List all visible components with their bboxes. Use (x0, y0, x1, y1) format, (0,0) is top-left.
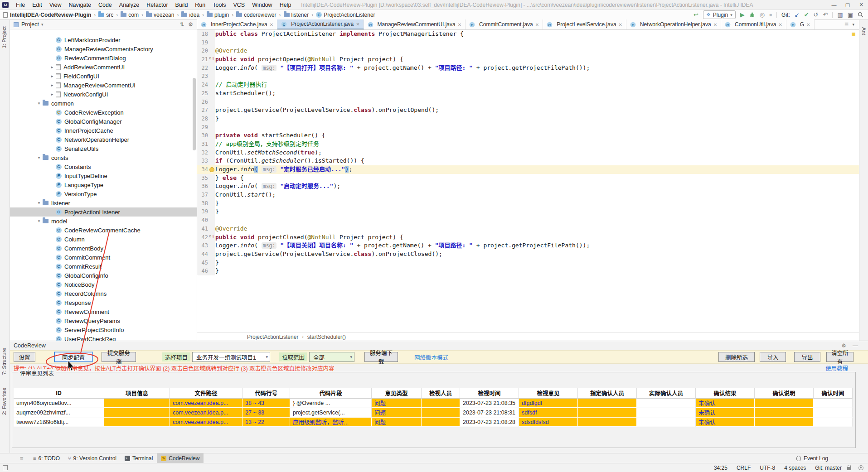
gutter-icon[interactable] (208, 207, 215, 216)
code-line[interactable]: 34 Logger.info( msg: "定时服务已经启动..."); (197, 165, 859, 174)
table-cell[interactable] (104, 408, 170, 418)
code-line[interactable]: 46 } (197, 267, 859, 275)
breadcrumb-method[interactable]: startScheduler() (307, 334, 346, 340)
stripe-structure-tab[interactable]: 7: Structure (1, 348, 7, 375)
tree-chevron-icon[interactable]: ▾ (35, 155, 43, 160)
breadcrumb-item[interactable]: veezean (146, 12, 181, 18)
restore-button[interactable]: ▢ (841, 0, 854, 10)
code-line[interactable]: 26 (197, 98, 859, 106)
tree-item[interactable]: ▸ AddReviewCommentUI (10, 63, 197, 72)
column-header[interactable]: 意见类型 (372, 388, 422, 399)
gutter-icon[interactable] (208, 182, 215, 191)
tree-item[interactable]: C Response (10, 298, 197, 307)
code-line[interactable]: 43 Logger.info( msg: "【项目关闭】项目名称: " + pr… (197, 241, 859, 250)
menu-item[interactable]: Refactor (143, 0, 171, 10)
close-tab-icon[interactable]: ✕ (356, 22, 359, 27)
column-header[interactable]: 代码片段 (290, 388, 372, 399)
toolwindow-icon[interactable]: ▥ (837, 12, 843, 18)
menu-item[interactable]: VCS (229, 0, 248, 10)
code-line[interactable]: 40 (197, 216, 859, 225)
table-cell[interactable]: sdfsdf (519, 408, 578, 418)
code-line[interactable]: 39 } (197, 207, 859, 216)
code-line[interactable]: 33 if (CronUtil.getScheduler().isStarted… (197, 157, 859, 165)
table-cell[interactable]: 未确认 (696, 418, 755, 427)
table-cell[interactable] (755, 408, 814, 418)
editor-tab[interactable]: C G ✕ (786, 19, 815, 29)
column-header[interactable]: 检视意见 (519, 388, 578, 399)
tree-item[interactable]: C ReviewComment (10, 307, 197, 316)
table-cell[interactable]: umyn406oiyrcue8ov... (14, 399, 104, 408)
table-cell[interactable]: 27 ~ 33 (242, 408, 290, 418)
table-cell[interactable]: 2023-07-23 21:08:31 (460, 408, 519, 418)
code-line[interactable]: 28 } (197, 115, 859, 123)
gutter-icon[interactable] (208, 106, 215, 115)
table-cell[interactable] (578, 418, 637, 427)
gutter-icon[interactable] (208, 225, 215, 233)
gutter-icon[interactable] (208, 157, 215, 165)
code-line[interactable]: 36 Logger.info( msg: "启动定时服务..."); (197, 182, 859, 191)
table-cell[interactable] (422, 418, 460, 427)
tree-item[interactable]: C ManageReviewCommentsFactory (10, 44, 197, 53)
pin-icon[interactable]: ▣ (848, 12, 853, 18)
editor-tab[interactable]: C InnerProjectCache.java ✕ (197, 19, 277, 29)
gutter-icon[interactable] (208, 241, 215, 250)
code-line[interactable]: 29 (197, 123, 859, 132)
menu-item[interactable]: Help (276, 0, 295, 10)
tree-item[interactable]: C RecordColumns (10, 289, 197, 298)
tree-item[interactable]: C UserPwdCheckReq (10, 334, 197, 341)
tree-item[interactable]: C CodeReviewCommentCache (10, 226, 197, 235)
table-cell[interactable]: 未确认 (696, 408, 755, 418)
close-button[interactable]: ✕ (854, 0, 868, 10)
tree-item[interactable]: C GlobalConfigManager (10, 117, 197, 126)
toolwindow-menu-icon[interactable]: ≡ (20, 455, 24, 462)
code-line[interactable]: 25 startScheduler(); (197, 89, 859, 98)
minimize-button[interactable]: — (827, 0, 841, 10)
table-cell[interactable]: 2023-07-23 21:08:35 (460, 399, 519, 408)
tree-item[interactable]: ▾ common (10, 99, 197, 108)
code-line[interactable]: 41 @Override (197, 225, 859, 233)
stripe-favorites-tab[interactable]: 2: Favorites (1, 388, 7, 415)
status-item[interactable]: CRLF (737, 465, 751, 471)
tree-item[interactable]: C ServerProjectShortInfo (10, 325, 197, 334)
table-cell[interactable] (814, 408, 853, 418)
gutter-icon[interactable] (208, 123, 215, 132)
column-header[interactable]: 实际确认人员 (637, 388, 696, 399)
tutorial-link[interactable]: 使用教程 (825, 364, 864, 372)
stripe-project-tab[interactable]: 1: Project (1, 26, 7, 48)
tree-item[interactable]: C Column (10, 235, 197, 244)
search-icon[interactable] (858, 12, 863, 18)
tab-list-icon[interactable]: ≣ (844, 21, 849, 28)
table-cell[interactable] (104, 399, 170, 408)
tree-item[interactable]: C InnerProjectCache (10, 126, 197, 135)
code-line[interactable]: 20 @Override (197, 47, 859, 55)
editor-tab[interactable]: C ProjectLevelService.java ✕ (543, 19, 626, 29)
tree-item[interactable]: C ReviewQueryParams (10, 316, 197, 325)
chevron-down-icon[interactable]: ▾ (852, 22, 854, 27)
table-cell[interactable]: sdsdfdsfsd (519, 418, 578, 427)
event-log-button[interactable]: Event Log (796, 455, 868, 462)
tree-scrollbar[interactable] (193, 78, 196, 150)
tree-item[interactable]: C Constants (10, 162, 197, 171)
table-cell[interactable] (637, 408, 696, 418)
table-cell[interactable] (422, 399, 460, 408)
server-download-button[interactable]: 服务端下载 (364, 352, 398, 362)
menu-item[interactable]: File (12, 0, 29, 10)
breadcrumb-item[interactable]: com (121, 12, 146, 18)
tree-item[interactable]: E LanguageType (10, 180, 197, 189)
tree-item[interactable]: ▸ ManageReviewCommentUI (10, 81, 197, 90)
code-line[interactable]: 31 // app级别全局，支持秒级别定时任务 (197, 140, 859, 149)
code-line[interactable]: 42 public void projectClosed(@NotNull Pr… (197, 233, 859, 242)
breadcrumb-item[interactable]: C ProjectActionListener (316, 12, 375, 18)
breadcrumb-item[interactable]: idea (181, 12, 207, 18)
breadcrumb-item[interactable]: IntellijIDEA-CodeReview-Plugin (3, 12, 98, 18)
editor-tab[interactable]: C CommonUtil.java ✕ (721, 19, 786, 29)
breadcrumb-item[interactable]: src (98, 12, 121, 18)
code-line[interactable]: 45 } (197, 259, 859, 267)
menu-item[interactable]: Window (248, 0, 276, 10)
tree-item[interactable]: C CodeReviewException (10, 108, 197, 117)
sync-config-button[interactable]: 同步配置 (54, 352, 92, 362)
tree-chevron-icon[interactable]: ▾ (35, 219, 43, 223)
code-line[interactable]: 22 Logger.info( msg: "【项目打开】项目名称: " + pr… (197, 64, 859, 72)
editor-tab[interactable]: C NetworkOperationHelper.java ✕ (626, 19, 721, 29)
toolwindow-tab[interactable]: ⑂ 9: Version Control (64, 453, 121, 463)
